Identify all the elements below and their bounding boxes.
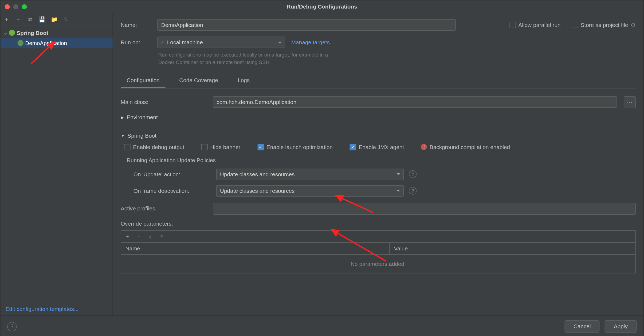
active-profiles-label: Active profiles:	[121, 205, 206, 212]
param-empty-text: No parameters added.	[121, 254, 635, 273]
name-input[interactable]	[157, 19, 456, 31]
param-table: Name Value No parameters added.	[121, 242, 636, 273]
sort-icon[interactable]: ⇅	[63, 16, 70, 23]
minimize-window-icon[interactable]	[13, 4, 18, 9]
allow-parallel-checkbox[interactable]: Allow parallel run	[509, 22, 561, 28]
checkbox-icon: ✓	[350, 144, 356, 150]
help-button[interactable]: ?	[7, 322, 17, 331]
name-label: Name:	[121, 22, 151, 28]
checkbox-icon	[124, 144, 131, 150]
on-frame-value: Update classes and resources	[220, 188, 294, 194]
sidebar-toolbar: ＋ － ⧉ 💾 📁 ⇅	[1, 13, 113, 26]
mainclass-input[interactable]	[213, 96, 617, 108]
folder-icon[interactable]: 📁	[51, 16, 58, 23]
add-config-icon[interactable]: ＋	[3, 16, 10, 23]
remove-param-icon[interactable]: －	[136, 233, 142, 240]
warning-icon: !	[421, 144, 427, 150]
column-name: Name	[121, 243, 390, 254]
runon-value: Local machine	[167, 39, 203, 46]
runon-label: Run on:	[121, 39, 151, 46]
tabs: Configuration Code Coverage Logs	[121, 74, 636, 89]
spring-icon	[17, 40, 23, 46]
override-params-label: Override parameters:	[121, 221, 636, 227]
policies-label: Running Application Update Policies	[127, 157, 636, 163]
browse-class-button[interactable]: ⋯	[624, 96, 636, 108]
tab-logs[interactable]: Logs	[232, 74, 256, 88]
config-tree: ⌄ Spring Boot DemoApplication	[1, 26, 113, 302]
bg-compilation-warning[interactable]: ! Background compilation enabled	[421, 144, 510, 150]
launch-optimization-checkbox[interactable]: ✓ Enable launch optimization	[257, 144, 333, 150]
maximize-window-icon[interactable]	[22, 4, 27, 9]
spring-icon	[9, 30, 15, 36]
manage-targets-link[interactable]: Manage targets...	[291, 39, 335, 46]
titlebar: Run/Debug Configurations	[1, 1, 643, 13]
checkbox-icon	[572, 22, 578, 28]
checkbox-icon	[509, 22, 516, 28]
checkbox-icon: ✓	[257, 144, 264, 150]
home-icon: ⌂	[161, 39, 165, 46]
jmx-agent-checkbox[interactable]: ✓ Enable JMX agent	[350, 144, 404, 150]
help-icon[interactable]: ?	[409, 170, 417, 178]
apply-button[interactable]: Apply	[605, 320, 637, 333]
tree-item-label: DemoApplication	[25, 40, 67, 46]
tree-group-label: Spring Boot	[17, 30, 48, 36]
on-update-select[interactable]: Update classes and resources	[216, 169, 404, 180]
chevron-right-icon: ▶	[121, 115, 124, 120]
close-window-icon[interactable]	[5, 4, 10, 9]
dialog-footer: ? Cancel Apply 开发者 DevZe.CoM	[1, 315, 643, 336]
tab-configuration[interactable]: Configuration	[121, 74, 166, 88]
hide-banner-checkbox[interactable]: Hide banner	[201, 144, 241, 150]
runon-hint: Run configurations may be executed local…	[158, 51, 329, 66]
add-param-icon[interactable]: ＋	[124, 233, 130, 240]
on-update-value: Update classes and resources	[220, 171, 294, 177]
window-title: Run/Debug Configurations	[287, 3, 357, 10]
store-as-project-label: Store as project file	[581, 22, 628, 28]
move-up-icon[interactable]: ▲	[148, 233, 153, 240]
checkbox-label: Enable debug output	[133, 144, 184, 150]
on-frame-select[interactable]: Update classes and resources	[216, 185, 404, 197]
cancel-button[interactable]: Cancel	[564, 320, 600, 333]
environment-label: Environment	[127, 114, 158, 120]
tree-item-demoapplication[interactable]: DemoApplication	[1, 38, 113, 48]
mainclass-label: Main class:	[121, 99, 206, 105]
store-as-project-checkbox[interactable]: Store as project file ⚙	[572, 22, 636, 28]
on-frame-label: On frame deactivation:	[133, 188, 211, 194]
move-down-icon[interactable]: ▼	[159, 233, 164, 240]
checkbox-label: Enable JMX agent	[359, 144, 404, 150]
chevron-down-icon: ⌄	[4, 30, 7, 35]
column-value: Value	[390, 243, 635, 254]
remove-config-icon[interactable]: －	[15, 16, 22, 23]
checkbox-label: Enable launch optimization	[266, 144, 333, 150]
copy-config-icon[interactable]: ⧉	[27, 16, 34, 23]
param-toolbar: ＋ － ▲ ▼	[121, 230, 636, 242]
save-config-icon[interactable]: 💾	[39, 16, 46, 23]
help-icon[interactable]: ?	[409, 187, 417, 195]
main-panel: Name: Allow parallel run Store as projec…	[113, 13, 643, 316]
enable-debug-checkbox[interactable]: Enable debug output	[124, 144, 184, 150]
active-profiles-input[interactable]	[213, 203, 636, 215]
warning-label: Background compilation enabled	[430, 144, 510, 150]
on-update-label: On 'Update' action:	[133, 171, 211, 177]
checkbox-icon	[201, 144, 208, 150]
chevron-down-icon: ▼	[121, 133, 125, 138]
environment-section[interactable]: ▶ Environment	[121, 114, 636, 120]
allow-parallel-label: Allow parallel run	[519, 22, 561, 28]
springboot-label: Spring Boot	[127, 132, 156, 139]
tree-group-spring-boot[interactable]: ⌄ Spring Boot	[1, 28, 113, 38]
runon-select[interactable]: ⌂ Local machine	[157, 37, 285, 48]
gear-icon[interactable]: ⚙	[631, 22, 636, 28]
checkbox-label: Hide banner	[210, 144, 240, 150]
tab-code-coverage[interactable]: Code Coverage	[173, 74, 224, 88]
sidebar: ＋ － ⧉ 💾 📁 ⇅ ⌄ Spring Boot DemoApplicatio…	[1, 13, 113, 316]
edit-templates-link[interactable]: Edit configuration templates...	[6, 306, 79, 312]
springboot-section[interactable]: ▼ Spring Boot	[121, 132, 636, 139]
